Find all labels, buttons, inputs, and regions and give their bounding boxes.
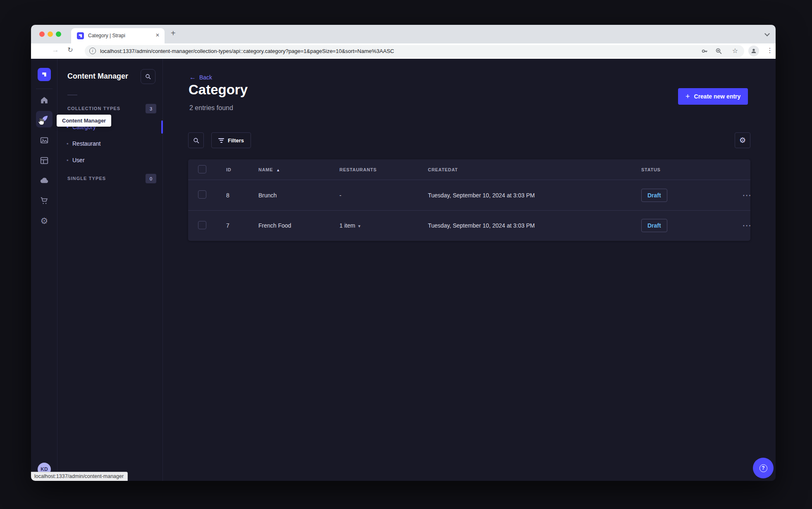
- header-createdat[interactable]: CREATEDAT: [428, 167, 641, 172]
- cell-createdat: Tuesday, September 10, 2024 at 3:03 PM: [428, 192, 641, 199]
- view-settings-button[interactable]: ⚙: [735, 132, 750, 148]
- subnav-search-button[interactable]: [141, 69, 155, 84]
- browser-profile-avatar[interactable]: [748, 46, 759, 56]
- strapi-favicon-icon: [77, 32, 84, 39]
- filters-button[interactable]: Filters: [211, 132, 251, 148]
- entries-table: ID NAME▲ RESTAURANTS CREATEDAT STATUS 8 …: [188, 159, 750, 241]
- header-name[interactable]: NAME▲: [258, 167, 339, 172]
- main-content: ← Back Category 2 entries found + Create…: [163, 59, 776, 481]
- site-info-icon[interactable]: i: [89, 48, 96, 54]
- media-library-icon[interactable]: [36, 132, 53, 149]
- status-bar-link: localhost:1337/admin/content-manager: [31, 472, 128, 481]
- collection-types-label: COLLECTION TYPES: [67, 106, 120, 111]
- tab-search-chevron-icon[interactable]: [764, 31, 770, 36]
- entries-count: 2 entries found: [189, 104, 233, 112]
- back-link[interactable]: ← Back: [189, 74, 212, 81]
- chevron-down-icon: ▾: [358, 223, 361, 228]
- table-header-row: ID NAME▲ RESTAURANTS CREATEDAT STATUS: [188, 159, 750, 180]
- mouse-cursor: [36, 117, 46, 128]
- back-arrow-icon: ←: [189, 74, 196, 81]
- single-types-label: SINGLE TYPES: [67, 176, 106, 181]
- browser-forward-button[interactable]: →: [50, 46, 60, 54]
- sidebar-item-user[interactable]: • User: [57, 152, 163, 168]
- cell-restaurants[interactable]: 1 item▾: [339, 222, 428, 229]
- row-actions-icon[interactable]: ⋯: [742, 223, 752, 228]
- cell-createdat: Tuesday, September 10, 2024 at 3:03 PM: [428, 222, 641, 229]
- rail-divider: [36, 89, 53, 89]
- content-manager-tooltip: Content Manager: [57, 115, 111, 127]
- cloud-icon[interactable]: [36, 172, 53, 189]
- help-button[interactable]: ?: [753, 458, 774, 478]
- header-restaurants[interactable]: RESTAURANTS: [339, 167, 428, 172]
- plus-icon: +: [685, 92, 690, 101]
- browser-toolbar: ← → ↻ i localhost:1337/admin/content-man…: [31, 43, 776, 59]
- single-types-count-badge: 0: [146, 174, 156, 183]
- sidebar-item-label: User: [72, 157, 85, 163]
- strapi-app: ⚙ KD Content Manager COLLECTION TYPES 3 …: [31, 59, 776, 481]
- cell-name: Brunch: [258, 192, 339, 199]
- row-checkbox[interactable]: [198, 190, 206, 199]
- tab-close-icon[interactable]: ✕: [155, 32, 160, 38]
- password-key-icon[interactable]: [701, 47, 709, 55]
- close-window-button[interactable]: [39, 31, 45, 37]
- select-all-checkbox[interactable]: [198, 165, 206, 173]
- subnav-title: Content Manager: [67, 72, 128, 81]
- cell-id: 8: [226, 192, 258, 199]
- new-tab-button[interactable]: +: [171, 29, 176, 38]
- url-text: localhost:1337/admin/content-manager/col…: [100, 48, 394, 54]
- cell-id: 7: [226, 222, 258, 229]
- minimize-window-button[interactable]: [48, 31, 53, 37]
- browser-reload-button[interactable]: ↻: [65, 46, 75, 54]
- home-icon[interactable]: [36, 92, 53, 108]
- header-status[interactable]: STATUS: [641, 167, 742, 172]
- create-new-entry-button[interactable]: + Create new entry: [678, 88, 748, 105]
- tab-title: Category | Strapi: [88, 33, 125, 38]
- row-checkbox[interactable]: [198, 221, 206, 229]
- cell-name: French Food: [258, 222, 339, 229]
- bookmark-star-icon[interactable]: ☆: [732, 47, 738, 55]
- page-title: Category: [189, 82, 248, 98]
- strapi-logo[interactable]: [38, 68, 51, 81]
- sidebar-item-label: Restaurant: [72, 140, 100, 147]
- url-bar[interactable]: i localhost:1337/admin/content-manager/c…: [85, 45, 744, 57]
- browser-window: Category | Strapi ✕ + ← → ↻ i localhost:…: [31, 25, 776, 481]
- sidebar-item-restaurant[interactable]: • Restaurant: [57, 135, 163, 152]
- zoom-icon[interactable]: [715, 47, 723, 55]
- cell-restaurants: -: [339, 192, 428, 199]
- tab-strip: Category | Strapi ✕ +: [31, 25, 776, 43]
- browser-tab[interactable]: Category | Strapi ✕: [71, 28, 165, 43]
- browser-menu-icon[interactable]: ⋮: [767, 46, 773, 54]
- status-badge: Draft: [641, 189, 667, 202]
- collection-types-count-badge: 3: [146, 104, 156, 113]
- marketplace-cart-icon[interactable]: [36, 192, 53, 209]
- table-row[interactable]: 7 French Food 1 item▾ Tuesday, September…: [188, 210, 750, 240]
- content-type-builder-icon[interactable]: [36, 152, 53, 169]
- filter-icon: [218, 137, 224, 144]
- question-icon: ?: [759, 464, 767, 472]
- maximize-window-button[interactable]: [56, 31, 61, 37]
- back-label: Back: [199, 74, 212, 81]
- row-actions-icon[interactable]: ⋯: [742, 193, 752, 197]
- header-id[interactable]: ID: [226, 167, 258, 172]
- settings-gear-icon[interactable]: ⚙: [36, 213, 53, 229]
- sort-asc-icon: ▲: [276, 168, 280, 172]
- table-row[interactable]: 8 Brunch - Tuesday, September 10, 2024 a…: [188, 180, 750, 210]
- table-search-button[interactable]: [188, 132, 204, 148]
- status-badge: Draft: [641, 219, 667, 232]
- subnav-divider: [67, 95, 77, 95]
